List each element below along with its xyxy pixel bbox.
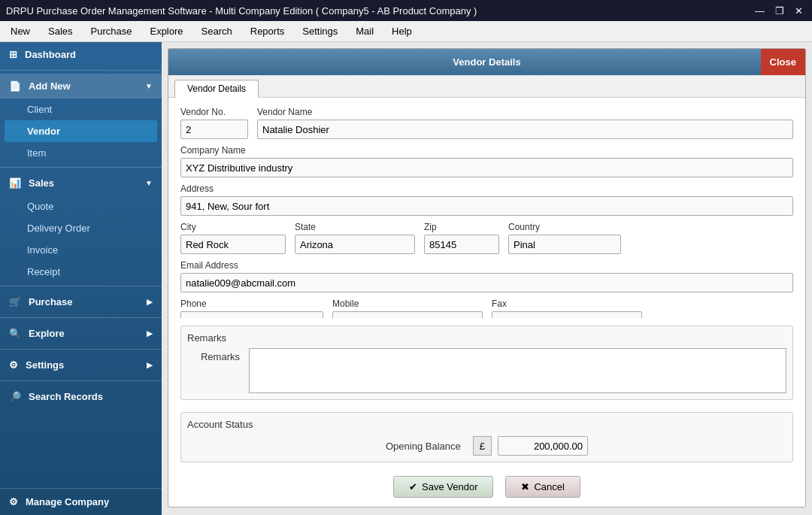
manage-company-icon: ⚙ — [9, 496, 18, 507]
menu-settings[interactable]: Settings — [295, 23, 345, 39]
email-input[interactable] — [180, 273, 793, 292]
opening-balance-label: Opening Balance — [386, 441, 461, 452]
sidebar-sales-label: Sales — [29, 177, 54, 189]
vendor-form: Vendor No. Vendor Name Company Name — [168, 98, 805, 318]
menu-reports[interactable]: Reports — [243, 23, 292, 39]
sidebar-manage-company-label: Manage Company — [26, 496, 109, 507]
title-bar-controls: — ❐ ✕ — [752, 5, 806, 17]
company-name-group: Company Name — [180, 145, 793, 177]
menu-explore[interactable]: Explore — [142, 23, 190, 39]
purchase-chevron-icon: ▶ — [147, 298, 153, 306]
menu-mail[interactable]: Mail — [348, 23, 381, 39]
zip-input[interactable] — [424, 235, 499, 254]
sidebar-item-sales[interactable]: 📊 Sales ▼ — [0, 171, 162, 195]
sidebar-divider-5 — [0, 349, 162, 350]
dashboard-icon: ⊞ — [9, 49, 17, 60]
vendor-name-group: Vendor Name — [257, 107, 793, 139]
sidebar-item-receipt[interactable]: Receipt — [0, 261, 162, 283]
address-input[interactable] — [180, 196, 793, 216]
sidebar-item-purchase[interactable]: 🛒 Purchase ▶ — [0, 289, 162, 314]
form-row-vendor-id: Vendor No. Vendor Name — [180, 107, 793, 139]
form-row-company: Company Name — [180, 145, 793, 177]
menu-search[interactable]: Search — [194, 23, 240, 39]
sidebar-searchrecords-label: Search Records — [29, 391, 103, 402]
menu-purchase[interactable]: Purchase — [83, 23, 140, 39]
company-name-input[interactable] — [180, 158, 793, 177]
company-name-label: Company Name — [180, 145, 793, 156]
sidebar-item-item[interactable]: Item — [0, 142, 162, 164]
sidebar-item-quote[interactable]: Quote — [0, 195, 162, 217]
sidebar-item-settings[interactable]: ⚙ Settings ▶ — [0, 353, 162, 377]
save-label: Save Vendor — [422, 481, 477, 492]
menu-bar: New Sales Purchase Explore Search Report… — [0, 21, 812, 42]
state-group: State — [295, 222, 415, 254]
menu-sales[interactable]: Sales — [41, 23, 80, 39]
explore-chevron-icon: ▶ — [147, 329, 153, 338]
email-label: Email Address — [180, 260, 793, 271]
close-window-button[interactable]: ✕ — [792, 5, 806, 17]
remarks-row: Remarks — [187, 348, 786, 393]
currency-symbol: £ — [473, 436, 492, 456]
cancel-button[interactable]: ✖ Cancel — [505, 476, 580, 498]
restore-button[interactable]: ❐ — [772, 5, 787, 17]
phone-input[interactable] — [180, 311, 323, 318]
opening-balance-row: Opening Balance £ — [187, 436, 786, 456]
sales-icon: 📊 — [9, 177, 21, 189]
action-buttons: ✔ Save Vendor ✖ Cancel — [168, 467, 805, 507]
sidebar-addnew-label: Add New — [29, 80, 71, 92]
state-input[interactable] — [295, 235, 415, 254]
fax-input[interactable] — [492, 311, 642, 318]
sidebar-divider-1 — [0, 70, 162, 71]
vendor-name-label: Vendor Name — [257, 107, 793, 117]
tab-vendor-details[interactable]: Vendor Details — [174, 80, 259, 98]
city-input[interactable] — [180, 235, 286, 254]
vendor-panel-title: Vendor Details — [453, 56, 520, 68]
mobile-input[interactable] — [332, 311, 483, 318]
zip-group: Zip — [424, 222, 499, 254]
form-row-phone: Phone Mobile Fax — [180, 298, 793, 318]
settings-chevron-icon: ▶ — [147, 361, 153, 369]
remarks-section: Remarks Remarks — [180, 326, 793, 400]
remarks-textarea[interactable] — [249, 348, 786, 393]
sidebar-item-delivery-order[interactable]: Delivery Order — [0, 217, 162, 239]
vendor-no-input[interactable] — [180, 120, 248, 139]
title-bar: DRPU Purchase Order Management Software … — [0, 0, 812, 21]
sidebar-item-explore[interactable]: 🔍 Explore ▶ — [0, 321, 162, 346]
country-input[interactable] — [508, 235, 621, 254]
save-vendor-button[interactable]: ✔ Save Vendor — [393, 476, 493, 498]
sidebar-divider-3 — [0, 286, 162, 286]
sidebar-item-client[interactable]: Client — [0, 98, 162, 120]
opening-balance-input[interactable] — [498, 436, 588, 456]
sidebar-manage-company[interactable]: ⚙ Manage Company — [0, 488, 162, 515]
sidebar-divider-6 — [0, 380, 162, 381]
purchase-icon: 🛒 — [9, 296, 21, 307]
state-label: State — [295, 222, 415, 232]
sales-chevron-icon: ▼ — [145, 179, 153, 187]
minimize-button[interactable]: — — [752, 5, 768, 17]
sidebar-item-vendor[interactable]: Vendor — [5, 120, 157, 142]
menu-new[interactable]: New — [3, 23, 38, 39]
sidebar-purchase-label: Purchase — [29, 296, 73, 307]
addnew-chevron-icon: ▼ — [145, 82, 153, 90]
menu-help[interactable]: Help — [384, 23, 420, 39]
sidebar-item-searchrecords[interactable]: 🔎 Search Records — [0, 384, 162, 409]
vendor-name-input[interactable] — [257, 120, 793, 139]
sidebar-divider-2 — [0, 167, 162, 168]
form-row-city-state: City State Zip Country — [180, 222, 793, 254]
remarks-section-title: Remarks — [187, 332, 786, 344]
sidebar-settings-label: Settings — [26, 359, 64, 371]
sidebar-item-dashboard[interactable]: ⊞ Dashboard — [0, 42, 162, 67]
vendor-panel-header: Vendor Details Close — [168, 49, 805, 75]
sidebar-dashboard-label: Dashboard — [25, 49, 76, 60]
email-group: Email Address — [180, 260, 793, 292]
sidebar-item-invoice[interactable]: Invoice — [0, 239, 162, 261]
address-label: Address — [180, 183, 793, 194]
sidebar-item-addnew[interactable]: 📄 Add New ▼ — [0, 74, 162, 98]
sidebar-divider-4 — [0, 317, 162, 318]
city-label: City — [180, 222, 286, 232]
zip-label: Zip — [424, 222, 499, 232]
close-panel-button[interactable]: Close — [761, 49, 805, 75]
account-status-title: Account Status — [187, 419, 786, 430]
sidebar-explore-label: Explore — [29, 328, 65, 339]
vendor-no-group: Vendor No. — [180, 107, 248, 139]
